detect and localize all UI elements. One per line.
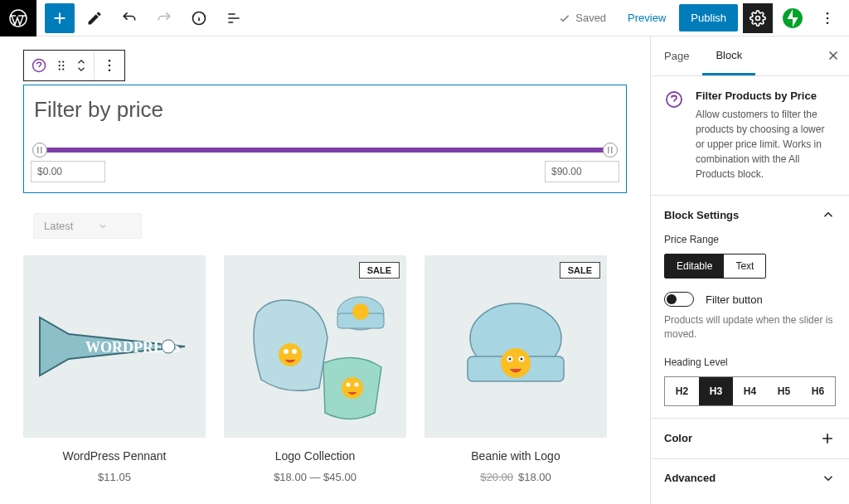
undo-button[interactable]: [114, 3, 144, 33]
jetpack-button[interactable]: [778, 3, 808, 33]
svg-point-29: [352, 303, 369, 320]
block-toolbar: [23, 50, 125, 81]
min-price-input[interactable]: $0.00: [31, 161, 105, 182]
advanced-section-toggle[interactable]: Advanced: [664, 471, 836, 486]
svg-point-2: [756, 16, 760, 20]
svg-point-23: [162, 340, 175, 353]
product-price: $11.05: [23, 471, 206, 483]
product-price: $18.00 — $45.00: [224, 471, 406, 483]
filter-title[interactable]: Filter by price: [31, 95, 619, 124]
chevron-up-icon: [821, 207, 836, 222]
heading-h2[interactable]: H2: [665, 377, 699, 405]
close-sidebar-button[interactable]: [826, 48, 841, 63]
sale-badge: SALE: [359, 262, 400, 279]
color-section-toggle[interactable]: Color: [664, 430, 836, 447]
publish-button[interactable]: Publish: [679, 4, 738, 32]
svg-point-32: [355, 383, 359, 387]
product-card[interactable]: SALE Beanie with Logo $20.00$18.00: [424, 255, 607, 483]
edit-mode-button[interactable]: [80, 3, 109, 33]
block-title: Filter Products by Price: [696, 90, 836, 102]
heading-h3[interactable]: H3: [699, 377, 733, 405]
max-price-input[interactable]: $90.00: [545, 161, 619, 182]
svg-point-4: [827, 12, 829, 13]
svg-point-14: [109, 60, 111, 62]
svg-point-39: [521, 358, 523, 361]
svg-point-5: [827, 17, 829, 19]
product-price: $20.00$18.00: [424, 471, 607, 483]
slider-handle-max[interactable]: [603, 143, 618, 158]
sort-select[interactable]: Latest: [33, 213, 142, 239]
block-type-icon[interactable]: [31, 57, 47, 74]
svg-point-10: [59, 65, 61, 66]
heading-h6[interactable]: H6: [801, 377, 835, 405]
svg-point-25: [284, 349, 289, 354]
product-card[interactable]: WORDPRESS WordPress Pennant $11.05: [23, 255, 206, 483]
svg-point-38: [509, 358, 512, 361]
add-block-button[interactable]: [45, 3, 75, 33]
product-image: SALE: [224, 255, 406, 438]
chevron-down-icon: [98, 221, 108, 231]
chevron-down-icon: [821, 471, 836, 486]
svg-point-31: [347, 383, 351, 387]
slider-handle-min[interactable]: [32, 143, 47, 158]
editable-option[interactable]: Editable: [665, 254, 724, 278]
block-settings-toggle[interactable]: Block Settings: [664, 207, 836, 222]
block-more-button[interactable]: [101, 57, 118, 74]
drag-handle-icon[interactable]: [54, 58, 69, 73]
more-options-button[interactable]: [813, 3, 842, 33]
move-arrows-icon[interactable]: [75, 58, 87, 73]
product-name: Beanie with Logo: [424, 449, 607, 463]
product-name: WordPress Pennant: [23, 449, 206, 463]
block-icon: [664, 90, 684, 109]
svg-point-9: [62, 61, 64, 62]
filter-button-label: Filter button: [706, 293, 763, 306]
svg-point-8: [59, 61, 61, 62]
svg-point-15: [109, 65, 111, 67]
svg-point-35: [501, 348, 531, 378]
settings-sidebar: Page Block Filter Products by Price Allo…: [650, 36, 849, 504]
svg-point-16: [109, 70, 111, 72]
sale-badge: SALE: [560, 262, 600, 279]
svg-point-26: [292, 349, 297, 354]
svg-rect-20: [611, 147, 613, 153]
redo-button[interactable]: [149, 3, 179, 33]
svg-rect-19: [608, 147, 609, 153]
filter-button-toggle[interactable]: [664, 292, 694, 307]
plus-icon: [819, 430, 836, 447]
heading-h4[interactable]: H4: [733, 377, 767, 405]
block-description: Allow customers to filter the products b…: [696, 107, 836, 182]
filter-by-price-block[interactable]: Filter by price $0.00 $90.00: [23, 85, 627, 193]
svg-point-11: [62, 65, 64, 66]
filter-button-description: Products will update when the slider is …: [664, 313, 836, 342]
heading-h5[interactable]: H5: [767, 377, 801, 405]
outline-button[interactable]: [219, 3, 249, 33]
product-name: Logo Collection: [224, 449, 406, 463]
svg-point-12: [59, 68, 61, 70]
svg-rect-17: [37, 147, 39, 153]
heading-level-group: H2 H3 H4 H5 H6: [664, 376, 836, 406]
svg-point-30: [342, 377, 363, 399]
tab-page[interactable]: Page: [651, 38, 702, 74]
preview-button[interactable]: Preview: [619, 5, 674, 31]
text-option[interactable]: Text: [724, 254, 765, 278]
svg-point-6: [827, 22, 829, 24]
svg-point-24: [279, 343, 302, 366]
settings-button[interactable]: [743, 3, 773, 33]
saved-indicator: Saved: [550, 12, 614, 25]
product-image: WORDPRESS: [23, 255, 206, 438]
svg-rect-18: [41, 147, 42, 153]
price-slider[interactable]: [36, 148, 614, 153]
product-card[interactable]: SALE Logo Collection $18.00 — $45.00: [224, 255, 406, 483]
product-image: SALE: [424, 255, 607, 438]
wordpress-logo[interactable]: [0, 0, 36, 36]
price-range-button-group: Editable Text: [664, 254, 766, 279]
heading-level-label: Heading Level: [664, 356, 836, 368]
svg-point-13: [62, 68, 64, 70]
info-button[interactable]: [184, 3, 214, 33]
tab-block[interactable]: Block: [702, 37, 755, 75]
price-range-label: Price Range: [664, 234, 836, 245]
